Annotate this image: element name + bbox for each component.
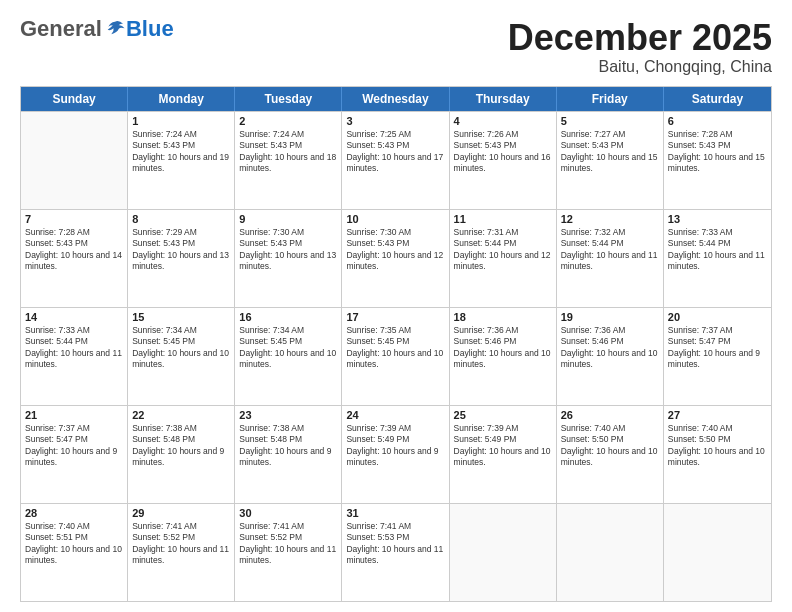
day-info: Sunrise: 7:37 AMSunset: 5:47 PMDaylight:… bbox=[668, 325, 767, 371]
day-info: Sunrise: 7:40 AMSunset: 5:50 PMDaylight:… bbox=[668, 423, 767, 469]
day-number: 14 bbox=[25, 311, 123, 323]
day-number: 24 bbox=[346, 409, 444, 421]
empty-cell bbox=[664, 504, 771, 601]
day-header-friday: Friday bbox=[557, 87, 664, 111]
day-info: Sunrise: 7:28 AMSunset: 5:43 PMDaylight:… bbox=[668, 129, 767, 175]
day-number: 9 bbox=[239, 213, 337, 225]
empty-cell bbox=[21, 112, 128, 209]
logo-general-text: General bbox=[20, 18, 102, 40]
day-cell-12: 12Sunrise: 7:32 AMSunset: 5:44 PMDayligh… bbox=[557, 210, 664, 307]
day-number: 18 bbox=[454, 311, 552, 323]
day-number: 1 bbox=[132, 115, 230, 127]
day-header-wednesday: Wednesday bbox=[342, 87, 449, 111]
day-number: 8 bbox=[132, 213, 230, 225]
day-number: 30 bbox=[239, 507, 337, 519]
logo: General Blue bbox=[20, 18, 174, 40]
day-info: Sunrise: 7:36 AMSunset: 5:46 PMDaylight:… bbox=[454, 325, 552, 371]
day-info: Sunrise: 7:38 AMSunset: 5:48 PMDaylight:… bbox=[239, 423, 337, 469]
calendar: SundayMondayTuesdayWednesdayThursdayFrid… bbox=[20, 86, 772, 602]
day-info: Sunrise: 7:41 AMSunset: 5:52 PMDaylight:… bbox=[132, 521, 230, 567]
week-row-1: 1Sunrise: 7:24 AMSunset: 5:43 PMDaylight… bbox=[21, 111, 771, 209]
day-number: 3 bbox=[346, 115, 444, 127]
day-cell-29: 29Sunrise: 7:41 AMSunset: 5:52 PMDayligh… bbox=[128, 504, 235, 601]
day-number: 29 bbox=[132, 507, 230, 519]
page: General Blue December 2025 Baitu, Chongq… bbox=[0, 0, 792, 612]
day-cell-13: 13Sunrise: 7:33 AMSunset: 5:44 PMDayligh… bbox=[664, 210, 771, 307]
day-header-saturday: Saturday bbox=[664, 87, 771, 111]
day-info: Sunrise: 7:35 AMSunset: 5:45 PMDaylight:… bbox=[346, 325, 444, 371]
day-number: 25 bbox=[454, 409, 552, 421]
day-cell-18: 18Sunrise: 7:36 AMSunset: 5:46 PMDayligh… bbox=[450, 308, 557, 405]
day-number: 17 bbox=[346, 311, 444, 323]
day-cell-25: 25Sunrise: 7:39 AMSunset: 5:49 PMDayligh… bbox=[450, 406, 557, 503]
day-number: 12 bbox=[561, 213, 659, 225]
day-cell-23: 23Sunrise: 7:38 AMSunset: 5:48 PMDayligh… bbox=[235, 406, 342, 503]
day-cell-20: 20Sunrise: 7:37 AMSunset: 5:47 PMDayligh… bbox=[664, 308, 771, 405]
day-cell-28: 28Sunrise: 7:40 AMSunset: 5:51 PMDayligh… bbox=[21, 504, 128, 601]
day-cell-11: 11Sunrise: 7:31 AMSunset: 5:44 PMDayligh… bbox=[450, 210, 557, 307]
day-header-sunday: Sunday bbox=[21, 87, 128, 111]
day-info: Sunrise: 7:37 AMSunset: 5:47 PMDaylight:… bbox=[25, 423, 123, 469]
day-number: 16 bbox=[239, 311, 337, 323]
logo-bird-icon bbox=[104, 18, 126, 40]
day-number: 13 bbox=[668, 213, 767, 225]
day-cell-21: 21Sunrise: 7:37 AMSunset: 5:47 PMDayligh… bbox=[21, 406, 128, 503]
day-cell-14: 14Sunrise: 7:33 AMSunset: 5:44 PMDayligh… bbox=[21, 308, 128, 405]
day-info: Sunrise: 7:29 AMSunset: 5:43 PMDaylight:… bbox=[132, 227, 230, 273]
day-info: Sunrise: 7:30 AMSunset: 5:43 PMDaylight:… bbox=[346, 227, 444, 273]
day-info: Sunrise: 7:32 AMSunset: 5:44 PMDaylight:… bbox=[561, 227, 659, 273]
day-number: 22 bbox=[132, 409, 230, 421]
day-number: 21 bbox=[25, 409, 123, 421]
day-info: Sunrise: 7:39 AMSunset: 5:49 PMDaylight:… bbox=[454, 423, 552, 469]
day-info: Sunrise: 7:34 AMSunset: 5:45 PMDaylight:… bbox=[132, 325, 230, 371]
day-cell-2: 2Sunrise: 7:24 AMSunset: 5:43 PMDaylight… bbox=[235, 112, 342, 209]
day-number: 15 bbox=[132, 311, 230, 323]
day-number: 4 bbox=[454, 115, 552, 127]
day-number: 5 bbox=[561, 115, 659, 127]
calendar-title: December 2025 bbox=[508, 18, 772, 58]
day-info: Sunrise: 7:41 AMSunset: 5:52 PMDaylight:… bbox=[239, 521, 337, 567]
day-cell-30: 30Sunrise: 7:41 AMSunset: 5:52 PMDayligh… bbox=[235, 504, 342, 601]
day-info: Sunrise: 7:26 AMSunset: 5:43 PMDaylight:… bbox=[454, 129, 552, 175]
day-header-tuesday: Tuesday bbox=[235, 87, 342, 111]
day-number: 6 bbox=[668, 115, 767, 127]
day-header-thursday: Thursday bbox=[450, 87, 557, 111]
day-number: 19 bbox=[561, 311, 659, 323]
day-info: Sunrise: 7:40 AMSunset: 5:50 PMDaylight:… bbox=[561, 423, 659, 469]
header: General Blue December 2025 Baitu, Chongq… bbox=[20, 18, 772, 76]
logo-blue-text: Blue bbox=[126, 18, 174, 40]
day-cell-4: 4Sunrise: 7:26 AMSunset: 5:43 PMDaylight… bbox=[450, 112, 557, 209]
day-number: 11 bbox=[454, 213, 552, 225]
day-cell-10: 10Sunrise: 7:30 AMSunset: 5:43 PMDayligh… bbox=[342, 210, 449, 307]
day-number: 26 bbox=[561, 409, 659, 421]
day-info: Sunrise: 7:31 AMSunset: 5:44 PMDaylight:… bbox=[454, 227, 552, 273]
empty-cell bbox=[557, 504, 664, 601]
day-number: 7 bbox=[25, 213, 123, 225]
calendar-header-row: SundayMondayTuesdayWednesdayThursdayFrid… bbox=[21, 87, 771, 111]
day-number: 27 bbox=[668, 409, 767, 421]
day-number: 2 bbox=[239, 115, 337, 127]
day-info: Sunrise: 7:25 AMSunset: 5:43 PMDaylight:… bbox=[346, 129, 444, 175]
day-cell-7: 7Sunrise: 7:28 AMSunset: 5:43 PMDaylight… bbox=[21, 210, 128, 307]
day-number: 31 bbox=[346, 507, 444, 519]
day-cell-19: 19Sunrise: 7:36 AMSunset: 5:46 PMDayligh… bbox=[557, 308, 664, 405]
day-info: Sunrise: 7:30 AMSunset: 5:43 PMDaylight:… bbox=[239, 227, 337, 273]
day-info: Sunrise: 7:24 AMSunset: 5:43 PMDaylight:… bbox=[239, 129, 337, 175]
day-cell-6: 6Sunrise: 7:28 AMSunset: 5:43 PMDaylight… bbox=[664, 112, 771, 209]
day-info: Sunrise: 7:39 AMSunset: 5:49 PMDaylight:… bbox=[346, 423, 444, 469]
day-cell-8: 8Sunrise: 7:29 AMSunset: 5:43 PMDaylight… bbox=[128, 210, 235, 307]
day-number: 10 bbox=[346, 213, 444, 225]
calendar-subtitle: Baitu, Chongqing, China bbox=[508, 58, 772, 76]
day-number: 28 bbox=[25, 507, 123, 519]
day-cell-9: 9Sunrise: 7:30 AMSunset: 5:43 PMDaylight… bbox=[235, 210, 342, 307]
day-number: 20 bbox=[668, 311, 767, 323]
day-info: Sunrise: 7:33 AMSunset: 5:44 PMDaylight:… bbox=[25, 325, 123, 371]
day-cell-3: 3Sunrise: 7:25 AMSunset: 5:43 PMDaylight… bbox=[342, 112, 449, 209]
day-cell-5: 5Sunrise: 7:27 AMSunset: 5:43 PMDaylight… bbox=[557, 112, 664, 209]
week-row-2: 7Sunrise: 7:28 AMSunset: 5:43 PMDaylight… bbox=[21, 209, 771, 307]
day-info: Sunrise: 7:34 AMSunset: 5:45 PMDaylight:… bbox=[239, 325, 337, 371]
day-cell-16: 16Sunrise: 7:34 AMSunset: 5:45 PMDayligh… bbox=[235, 308, 342, 405]
week-row-4: 21Sunrise: 7:37 AMSunset: 5:47 PMDayligh… bbox=[21, 405, 771, 503]
day-info: Sunrise: 7:38 AMSunset: 5:48 PMDaylight:… bbox=[132, 423, 230, 469]
day-info: Sunrise: 7:27 AMSunset: 5:43 PMDaylight:… bbox=[561, 129, 659, 175]
